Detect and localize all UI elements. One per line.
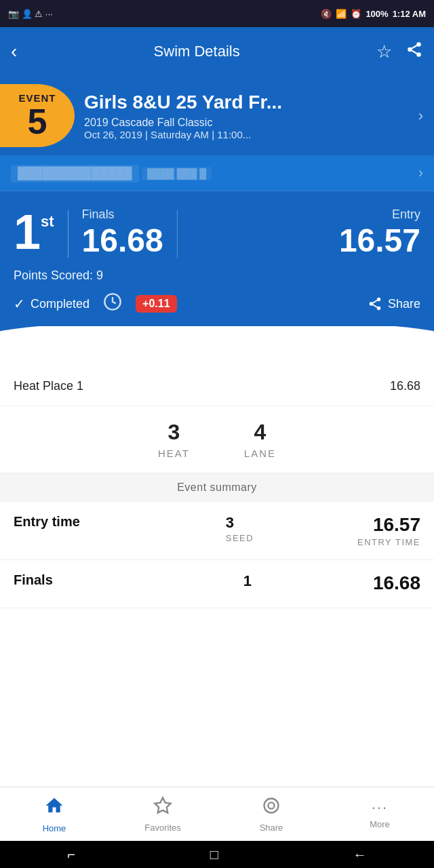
summary-entry-label: Entry time <box>14 514 122 530</box>
battery-text: 100% <box>366 9 388 19</box>
favorites-icon <box>153 796 172 820</box>
swimmer-arrow-icon[interactable]: › <box>418 164 423 182</box>
nav-home-label: Home <box>43 823 66 833</box>
nav-share[interactable]: Share <box>217 796 326 833</box>
svg-point-8 <box>377 307 381 311</box>
svg-point-13 <box>268 802 274 808</box>
nav-favorites-label: Favorites <box>144 823 180 833</box>
swimmer-sub: ████ ███ █ <box>142 167 212 180</box>
completed-label: Completed <box>31 297 90 311</box>
points-scored: Points Scored: 9 <box>14 269 420 283</box>
notification-icons: 📷 👤 ⚠ ··· <box>8 9 53 19</box>
results-top: 1 st Finals 16.68 Entry 16.57 <box>14 208 420 260</box>
place-block: 1 st <box>14 208 54 256</box>
entry-time: 16.57 <box>339 222 420 259</box>
favorite-button[interactable]: ☆ <box>376 41 392 62</box>
svg-line-10 <box>373 300 377 303</box>
nav-more[interactable]: ··· More <box>326 799 434 829</box>
place-suffix: st <box>41 213 54 231</box>
heat-place-label: Heat Place 1 <box>14 379 83 393</box>
mute-icon: 🔇 <box>321 9 332 19</box>
completed-badge: ✓ Completed <box>14 296 90 312</box>
heat-label: HEAT <box>158 448 190 459</box>
event-number-block: EVENT 5 <box>0 84 75 147</box>
heat-place-value: 16.68 <box>390 379 420 393</box>
swimmer-row[interactable]: ██████████████ ████ ███ █ › <box>0 155 434 191</box>
bottom-nav: Home Favorites Share ··· More <box>0 787 434 841</box>
share-inline-button[interactable]: Share <box>368 296 420 311</box>
finals-time: 16.68 <box>82 222 163 259</box>
svg-line-3 <box>412 51 416 54</box>
android-home-button[interactable]: □ <box>210 847 218 863</box>
event-summary-title: Event summary <box>177 481 257 493</box>
finals-col: Finals 16.68 <box>82 208 163 259</box>
event-date: Oct 26, 2019 | Saturday AM | 11:00... <box>84 129 418 140</box>
wave-divider <box>0 326 434 367</box>
summary-row-entry: Entry time 3 SEED 16.57 ENTRY TIME <box>0 502 434 560</box>
time-text: 1:12 AM <box>393 9 426 19</box>
summary-entry-seed: 3 SEED <box>226 514 254 543</box>
place-number: 1 <box>14 208 41 256</box>
header-actions: ☆ <box>376 41 423 62</box>
entry-col: Entry 16.57 <box>339 208 420 259</box>
status-left-icons: 📷 👤 ⚠ ··· <box>8 9 53 19</box>
more-icon: ··· <box>372 799 388 816</box>
heat-lane-row: 3 HEAT 4 LANE <box>0 406 434 473</box>
seed-label: SEED <box>226 533 254 543</box>
svg-point-7 <box>370 302 374 306</box>
check-icon: ✓ <box>14 296 25 312</box>
heat-col: 3 HEAT <box>158 420 190 459</box>
wifi-icon: 📶 <box>336 9 347 19</box>
page-title: Swim Details <box>154 43 240 60</box>
svg-point-1 <box>408 47 412 52</box>
nav-home[interactable]: Home <box>0 795 108 833</box>
summary-finals-label: Finals <box>14 572 122 588</box>
android-nav-bar: ⌐ □ ← <box>0 841 434 868</box>
nav-more-label: More <box>370 819 390 829</box>
svg-line-9 <box>373 304 377 307</box>
share-nav-icon <box>262 796 281 820</box>
seed-number: 3 <box>226 514 234 532</box>
swimmer-name: ██████████████ <box>11 165 139 182</box>
event-name: Girls 8&U 25 Yard Fr... <box>84 91 418 114</box>
app-header: ‹ Swim Details ☆ <box>0 27 434 76</box>
swimmer-info: ██████████████ ████ ███ █ <box>11 163 212 182</box>
status-row: ✓ Completed +0.11 Share <box>14 292 420 315</box>
event-meet: 2019 Cascade Fall Classic <box>84 117 418 129</box>
summary-finals-place: 1 <box>243 572 252 591</box>
finals-label: Finals <box>82 208 163 222</box>
svg-marker-11 <box>155 797 170 812</box>
finals-time-num: 16.68 <box>373 572 420 594</box>
clock-icon <box>103 292 122 315</box>
entry-time-label: ENTRY TIME <box>357 537 420 547</box>
vertical-divider <box>68 210 68 258</box>
svg-point-0 <box>416 42 421 46</box>
event-arrow-icon[interactable]: › <box>418 84 423 147</box>
lane-label: LANE <box>244 448 276 459</box>
divider-v2 <box>177 210 178 258</box>
entry-label: Entry <box>339 208 420 222</box>
diff-badge: +0.11 <box>136 295 176 313</box>
results-section: 1 st Finals 16.68 Entry 16.57 Points Sco… <box>0 191 434 326</box>
summary-row-finals: Finals 1 16.68 <box>0 560 434 608</box>
svg-point-6 <box>377 298 381 302</box>
event-summary-header: Event summary <box>0 473 434 502</box>
heat-number: 3 <box>168 420 180 445</box>
lane-col: 4 LANE <box>244 420 276 459</box>
svg-point-2 <box>416 52 421 57</box>
android-recent-button[interactable]: ⌐ <box>67 847 75 863</box>
summary-entry-time: 16.57 ENTRY TIME <box>357 514 420 547</box>
event-info: Girls 8&U 25 Yard Fr... 2019 Cascade Fal… <box>84 84 418 147</box>
share-button-header[interactable] <box>406 41 423 62</box>
event-number: 5 <box>28 104 47 139</box>
lane-number: 4 <box>254 420 267 445</box>
entry-time-num: 16.57 <box>373 514 420 536</box>
home-icon <box>44 795 64 821</box>
nav-share-label: Share <box>260 823 283 833</box>
nav-favorites[interactable]: Favorites <box>108 796 217 833</box>
android-back-button[interactable]: ← <box>353 847 367 863</box>
alarm-icon: ⏰ <box>351 9 361 19</box>
event-card: EVENT 5 Girls 8&U 25 Yard Fr... 2019 Cas… <box>0 76 434 155</box>
back-button[interactable]: ‹ <box>11 41 17 62</box>
status-bar: 📷 👤 ⚠ ··· 🔇 📶 ⏰ 100% 1:12 AM <box>0 0 434 27</box>
